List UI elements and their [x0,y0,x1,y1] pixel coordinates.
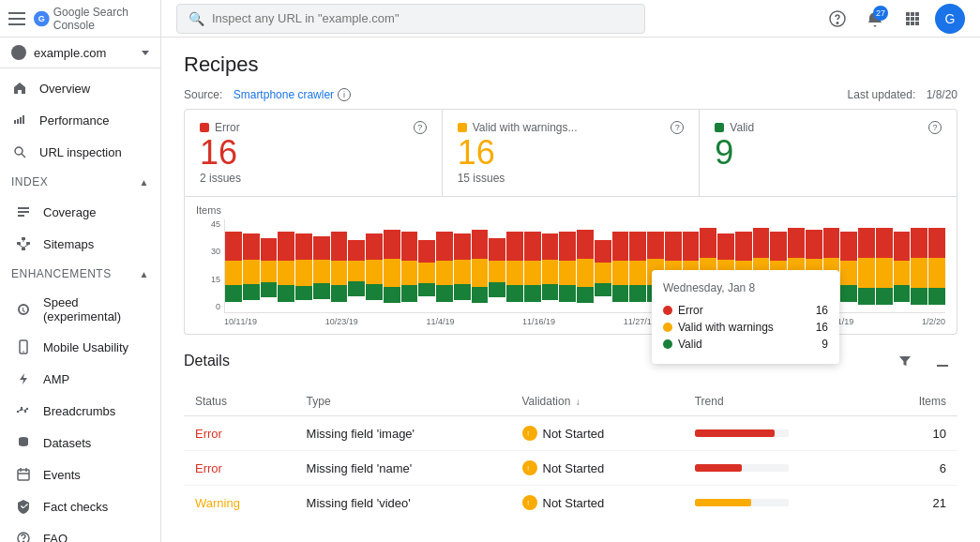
trend-bar-fill [695,499,751,506]
performance-icon [11,112,28,128]
sidebar-item-url-inspection[interactable]: URL inspection [0,136,153,168]
y-label-0: 0 [196,302,220,311]
trend-bar [695,499,789,506]
svg-line-13 [19,245,23,248]
apps-button[interactable] [897,4,927,34]
sidebar: G Google Search Console example.com Over… [0,0,161,542]
col-validation[interactable]: Validation ↓ [511,387,684,416]
sort-icon: ↓ [576,397,580,407]
sidebar-item-datasets[interactable]: Datasets [4,427,153,459]
bar-error-segment [612,232,629,261]
cell-type: Missing field 'image' [295,416,511,451]
sidebar-item-faq[interactable]: FAQ [4,522,153,542]
table-row[interactable]: Warning Missing field 'video' ! Not Star… [184,486,957,520]
cell-validation: ! Not Started [511,416,684,451]
bar-error-segment [806,230,822,259]
bar-error-segment [559,232,576,261]
summary-card-valid[interactable]: Valid ? 9 [700,109,957,197]
tooltip-row-valid: Valid 9 [663,336,828,353]
card-warning-count: 16 [458,136,685,170]
search-box[interactable]: 🔍 [176,4,645,34]
enhancements-section-header[interactable]: Enhancements ▲ [0,260,160,288]
bar-valid-segment [313,283,330,298]
svg-text:G: G [38,14,45,23]
sidebar-item-speed[interactable]: Speed (experimental) [4,288,153,331]
svg-point-17 [17,411,19,413]
bar-group [612,219,629,312]
bar-group [472,219,489,312]
bar-error-segment [418,240,435,263]
summary-card-warning[interactable]: Valid with warnings... ? 16 15 issues [443,109,701,197]
bar-warning-segment [225,261,242,286]
sidebar-item-coverage[interactable]: Coverage [4,196,153,228]
cell-type: Missing field 'video' [295,486,511,520]
card-error-sublabel: 2 issues [200,172,427,185]
menu-icon[interactable] [8,8,26,30]
svg-line-14 [23,245,28,248]
bar-group [278,219,294,312]
bar-error-segment [717,233,734,260]
table-row[interactable]: Error Missing field 'image' ! Not Starte… [184,416,957,451]
svg-rect-41 [915,22,919,25]
sidebar-item-breadcrumbs[interactable]: Breadcrumbs [4,395,153,427]
bar-error-segment [858,228,875,258]
card-error-info-icon[interactable]: ? [414,121,427,134]
bar-error-segment [348,240,365,261]
bar-error-segment [770,232,787,261]
card-warning-sublabel: 15 issues [458,172,685,185]
bar-group [542,219,559,312]
source-value[interactable]: Smartphone crawler [234,88,334,101]
sidebar-item-overview[interactable]: Overview [0,72,153,104]
sidebar-item-sitemaps[interactable]: Sitemaps [4,228,153,260]
filter-button[interactable] [890,346,920,376]
bar-group [454,219,471,312]
card-warning-info-icon[interactable]: ? [671,121,684,134]
svg-rect-39 [906,22,910,25]
download-button[interactable] [927,346,957,376]
y-label-15: 15 [196,275,220,284]
bar-group [225,219,242,312]
svg-point-32 [837,22,838,23]
breadcrumbs-icon [15,402,32,419]
source-bar: Source: Smartphone crawler i Last update… [161,84,980,109]
card-warning-label: Valid with warnings... [473,121,578,134]
sidebar-item-mobile-usability[interactable]: Mobile Usability [4,331,153,363]
x-label: 10/23/19 [325,317,358,326]
sidebar-nav: Overview Performance URL inspection Inde… [0,68,160,542]
help-button[interactable] [822,4,852,34]
card-valid-info-icon[interactable]: ? [928,121,942,134]
bar-error-segment [928,228,945,258]
bar-warning-segment [278,261,294,286]
bar-group [524,219,541,312]
bar-valid-segment [331,285,348,301]
avatar[interactable]: G [935,4,965,34]
app-title: Google Search Console [53,6,153,32]
top-actions: 27 G [822,4,965,34]
bar-error-segment [243,233,260,260]
bar-error-segment [506,232,523,261]
sidebar-item-performance[interactable]: Performance [0,104,153,136]
sidebar-item-fact-checks[interactable]: Fact checks [4,490,153,522]
search-icon: 🔍 [188,11,204,26]
index-label: Index [11,175,48,188]
sidebar-item-events[interactable]: Events [4,459,153,490]
bar-group [313,219,330,312]
bar-warning-segment [612,261,629,286]
index-section-header[interactable]: Index ▲ [0,168,160,196]
summary-card-error[interactable]: Error ? 16 2 issues [184,109,443,197]
apps-icon [903,9,922,28]
bar-warning-segment [524,261,541,286]
source-info-icon[interactable]: i [338,88,351,101]
col-items: Items [875,387,957,416]
table-row[interactable]: Error Missing field 'name' ! Not Started… [184,451,957,486]
site-selector[interactable]: example.com [0,38,160,68]
bar-warning-segment [506,261,523,286]
tooltip-error-dot [663,306,672,315]
search-input[interactable] [212,11,633,25]
bar-error-segment [700,228,716,258]
notifications-button[interactable]: 27 [860,4,890,34]
validation-icon: ! [522,426,537,441]
bar-error-segment [295,233,312,260]
bar-valid-segment [436,285,453,301]
sidebar-item-amp[interactable]: AMP [4,363,153,395]
